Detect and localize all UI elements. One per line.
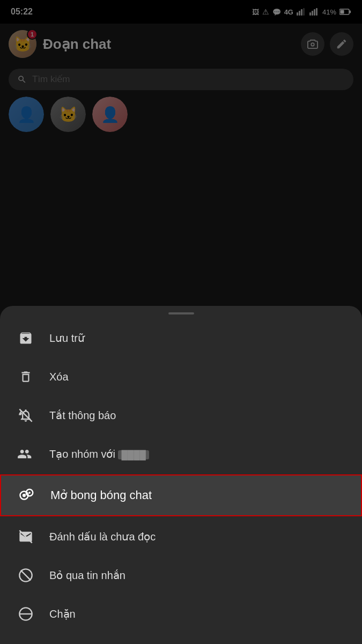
menu-item-block[interactable]: Chặn xyxy=(0,595,362,633)
menu-item-archive[interactable]: Lưu trữ xyxy=(0,319,362,357)
svg-point-13 xyxy=(23,494,26,497)
create-group-label: Tạo nhóm với ████ xyxy=(49,448,149,460)
sheet-handle xyxy=(0,306,362,319)
ignore-icon xyxy=(17,568,34,583)
menu-item-mark-unread[interactable]: Đánh dấu là chưa đọc xyxy=(0,517,362,556)
menu-item-create-group[interactable]: Tạo nhóm với ████ xyxy=(0,435,362,473)
archive-label: Lưu trữ xyxy=(49,332,85,345)
menu-item-delete[interactable]: Xóa xyxy=(0,357,362,396)
block-label: Chặn xyxy=(49,608,76,620)
menu-item-chat-bubble[interactable]: Mở bong bóng chat xyxy=(0,474,362,516)
handle-bar xyxy=(168,312,194,314)
menu-item-ignore[interactable]: Bỏ qua tin nhắn xyxy=(0,556,362,595)
mark-unread-label: Đánh dấu là chưa đọc xyxy=(49,530,156,543)
group-icon xyxy=(17,447,34,462)
ignore-label: Bỏ qua tin nhắn xyxy=(49,569,125,582)
bottom-sheet: Lưu trữ Xóa Tắt thông báo Tạo nhóm với █… xyxy=(0,306,362,644)
block-icon xyxy=(17,606,34,621)
bubble-icon xyxy=(18,487,35,503)
bell-off-icon xyxy=(17,408,34,423)
svg-line-18 xyxy=(21,570,31,581)
unread-icon xyxy=(17,529,34,544)
archive-icon xyxy=(17,331,34,346)
delete-label: Xóa xyxy=(49,371,69,383)
trash-icon xyxy=(17,369,34,384)
menu-item-mute[interactable]: Tắt thông báo xyxy=(0,396,362,435)
svg-point-15 xyxy=(28,492,31,494)
chat-bubble-label: Mở bong bóng chat xyxy=(50,488,152,502)
mute-label: Tắt thông báo xyxy=(49,409,116,422)
